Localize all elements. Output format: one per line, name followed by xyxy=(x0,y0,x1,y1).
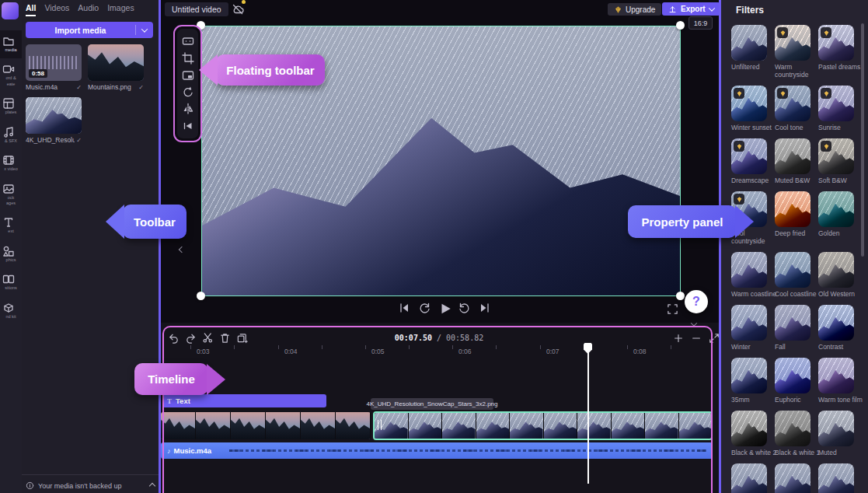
chevron-up-icon[interactable] xyxy=(149,482,155,488)
help-button[interactable]: ? xyxy=(685,290,708,313)
snowcap-stars-clip[interactable] xyxy=(373,411,713,440)
filter-item-old-western[interactable]: Old Western xyxy=(818,252,862,298)
jump-forward-button[interactable] xyxy=(458,302,472,315)
filter-item-pastel-dreams[interactable]: Pastel dreams xyxy=(818,25,862,79)
clip-trim-handle[interactable] xyxy=(378,420,382,430)
crop-icon[interactable] xyxy=(182,52,194,65)
filter-item-cool-tone[interactable]: Cool tone xyxy=(775,86,818,131)
panel-collapse-button[interactable] xyxy=(180,241,184,255)
premium-gem-icon xyxy=(734,88,744,99)
filter-item-black-white-1[interactable]: Black & white 1 xyxy=(775,411,818,456)
sidebar-item-your-media[interactable]: media xyxy=(0,30,22,58)
sidebar-item-record-create[interactable]: ord & eate xyxy=(0,58,22,93)
filter-item-muted[interactable]: Muted xyxy=(818,411,862,456)
sidebar-item-text[interactable]: ext xyxy=(0,212,22,240)
filter-item-muted-b-w[interactable]: Muted B&W xyxy=(775,138,818,184)
backup-notice[interactable]: Your media isn't backed up xyxy=(26,481,155,490)
filter-label: Muted xyxy=(818,449,866,456)
zoom-minus-button[interactable] xyxy=(691,333,702,344)
filter-item-euphoric[interactable]: Euphoric xyxy=(775,358,818,404)
filter-item-partial[interactable] xyxy=(775,463,818,493)
sidebar-item-templates[interactable]: plates xyxy=(0,93,22,121)
sidebar-item-stock-video[interactable]: x video xyxy=(0,149,22,177)
import-media-button[interactable]: Import media xyxy=(26,22,153,38)
cut-button[interactable] xyxy=(202,332,214,344)
tab-all[interactable]: All xyxy=(26,3,36,16)
sidebar-item-brand-kit[interactable]: nd kit xyxy=(0,297,22,325)
filter-item-winter-sunset[interactable]: Winter sunset xyxy=(731,86,775,131)
speed-icon[interactable] xyxy=(182,120,194,132)
audio-track-clip[interactable]: ♪ Music.m4a xyxy=(161,442,713,459)
sidebar-item-stock-images[interactable]: ock ages xyxy=(0,178,22,212)
filter-item-contrast[interactable]: Contrast xyxy=(818,305,862,351)
tab-images[interactable]: Images xyxy=(107,3,134,16)
duration-badge: 0:58 xyxy=(29,69,47,78)
play-button[interactable] xyxy=(438,302,451,315)
tab-videos[interactable]: Videos xyxy=(44,3,69,16)
ruler-tick xyxy=(278,345,279,349)
timecode-separator: / xyxy=(432,334,446,342)
selection-handle-bottom-right[interactable] xyxy=(676,292,685,300)
filter-item-fall[interactable]: Fall xyxy=(775,305,818,351)
tab-audio[interactable]: Audio xyxy=(78,3,99,16)
text-track-clip[interactable]: T Text xyxy=(162,394,326,407)
mountains-clip[interactable] xyxy=(161,412,371,439)
callout-property-panel: Property panel xyxy=(628,205,737,238)
fit-icon[interactable] xyxy=(182,35,194,47)
filter-item-winter[interactable]: Winter xyxy=(731,305,775,351)
selection-handle-top-right[interactable] xyxy=(676,21,685,30)
jump-back-button[interactable] xyxy=(418,302,431,315)
filter-item-warm-countryside[interactable]: Warm countryside xyxy=(775,25,818,79)
selection-handle-top-left[interactable] xyxy=(197,21,205,30)
filters-scrollbar[interactable] xyxy=(861,23,864,257)
filter-item-warm-coastline[interactable]: Warm coastline xyxy=(731,252,775,298)
flip-icon[interactable] xyxy=(182,103,194,115)
image-star-thumbnail xyxy=(26,97,82,134)
media-item[interactable]: 0:58Music.m4a✓ xyxy=(26,44,82,91)
picture-in-picture-icon[interactable] xyxy=(182,69,194,82)
ruler-label: 0:08 xyxy=(633,348,647,355)
collapse-preview-button[interactable] xyxy=(692,316,696,330)
sidebar-item-music-sfx[interactable]: & SFX xyxy=(0,121,22,149)
templates-icon xyxy=(2,97,16,110)
filter-item-black-white-2[interactable]: Black & white 2 xyxy=(731,411,775,456)
app-logo[interactable] xyxy=(2,2,19,19)
selection-handle-bottom-left[interactable] xyxy=(197,292,205,300)
redo-button[interactable] xyxy=(185,332,197,344)
filter-item-sunrise[interactable]: Sunrise xyxy=(818,86,862,131)
filter-thumbnail xyxy=(818,25,854,61)
skip-start-button[interactable] xyxy=(398,302,411,315)
media-item[interactable]: Mountains.png✓ xyxy=(88,44,144,91)
filter-item-deep-fried[interactable]: Deep fried xyxy=(775,191,818,245)
filter-item-dreamscape[interactable]: Dreamscape xyxy=(731,138,775,184)
skip-end-button[interactable] xyxy=(479,302,492,315)
sidebar-item-transitions[interactable]: sitions xyxy=(0,268,22,296)
filter-thumbnail xyxy=(775,86,810,121)
media-item[interactable]: 4K_UHD_Resolutio...✓ xyxy=(26,97,82,144)
filter-thumbnail xyxy=(731,305,767,341)
filter-item-partial[interactable] xyxy=(731,463,775,493)
rotate-icon[interactable] xyxy=(182,86,194,98)
playhead-line xyxy=(587,351,589,484)
delete-button[interactable] xyxy=(219,332,231,344)
filter-item-golden[interactable]: Golden xyxy=(818,191,862,245)
premium-gem-icon xyxy=(734,141,744,152)
filter-item-soft-b-w[interactable]: Soft B&W xyxy=(818,138,862,184)
filter-item-35mm[interactable]: 35mm xyxy=(731,358,775,404)
filter-item-unfiltered[interactable]: Unfiltered xyxy=(731,25,775,79)
filter-item-warm-tone-film[interactable]: Warm tone film xyxy=(818,358,862,404)
project-title-field[interactable]: Untitled video xyxy=(165,2,228,16)
duplicate-button[interactable] xyxy=(236,332,248,344)
zoom-plus-button[interactable] xyxy=(673,333,685,344)
upgrade-button[interactable]: Upgrade xyxy=(608,3,661,16)
aspect-ratio-badge[interactable]: 16:9 xyxy=(688,16,713,30)
export-button[interactable]: Export xyxy=(662,2,720,16)
fullscreen-button[interactable] xyxy=(667,303,678,315)
sidebar-item-graphics[interactable]: phics xyxy=(0,240,22,268)
import-options-button[interactable] xyxy=(136,28,153,33)
filter-item-cool-coastline[interactable]: Cool coastline xyxy=(775,252,818,298)
timeline-ruler[interactable]: 0:030:040:050:060:070:08 xyxy=(162,345,713,358)
filter-label: Fall xyxy=(775,343,823,351)
undo-button[interactable] xyxy=(168,332,180,344)
filter-item-partial[interactable] xyxy=(818,463,862,493)
